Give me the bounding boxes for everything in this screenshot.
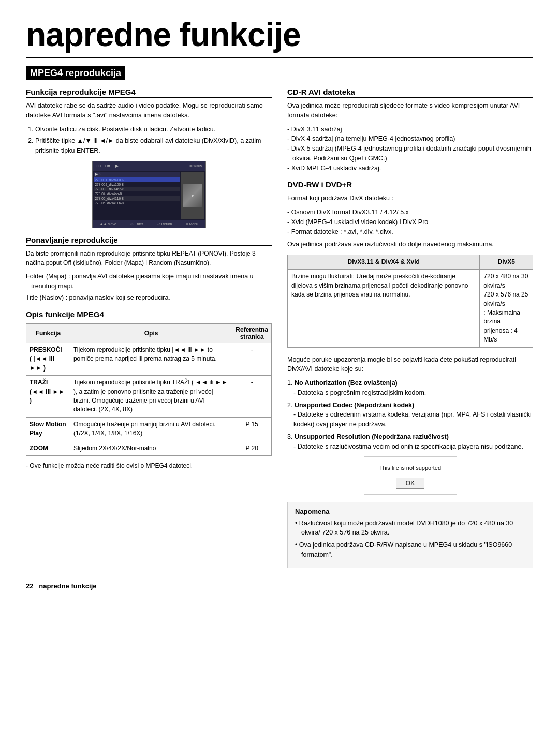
right-column: CD-R AVI datoteka Ova jedinica može repr… xyxy=(287,87,533,568)
table-row: ZOOM Slijedom 2X/4X/2X/Nor-malno P 20 xyxy=(26,441,272,455)
res-row: Brzine mogu fluktuirati: Uređaj može pre… xyxy=(288,270,533,347)
res-right-desc: 720 x 480 na 30 okvira/s 720 x 576 na 25… xyxy=(480,270,533,347)
cdr-item-1: - DivX 4 sadržaj (na temelju MPEG-4 jedn… xyxy=(287,134,533,144)
row2-desc: Omogućuje traženje pri manjoj brzini u A… xyxy=(70,417,232,441)
res-right-line3: prijenosa : 4 Mb/s xyxy=(483,327,517,343)
row1-desc: Tijekom reprodukcije pritisnite tipku TR… xyxy=(70,376,232,418)
warn2-num: 3. xyxy=(287,433,292,440)
note-item-0: • Razlučivost koju može podržavati model… xyxy=(295,518,525,538)
section-header-label: MPEG4 reprodukcija xyxy=(26,66,125,80)
warning-item-2: 3. Unsupported Resolution (Nepodržana ra… xyxy=(287,432,533,452)
repeat-title: Ponavljanje reprodukcije xyxy=(26,235,272,246)
warning-items: 1. No Authorization (Bez ovlaštenja) - D… xyxy=(287,378,533,451)
row2-ref: P 15 xyxy=(232,417,272,441)
cdr-desc: Ova jedinica može reproducirati sljedeće… xyxy=(287,101,533,121)
func-repro-desc: AVI datoteke rabe se da sadrže audio i v… xyxy=(26,101,272,121)
dvd-item-0: - Osnovni DivX format DivX3.11 / 4.12/ 5… xyxy=(287,207,533,217)
row1-func: TRAŽI (◄◄ ili ►► ) xyxy=(26,376,70,418)
dvd-item-1: - Xvid (MPEG-4 uskladivi video kodek) i … xyxy=(287,217,533,227)
row0-func: PRESKOČI ( |◄◄ ili ►► ) xyxy=(26,343,70,376)
row1-ref: - xyxy=(232,376,272,418)
screen-mockup: CDOff ▶ 001/305 ▶\ \ 278 001_divx4100-8 … xyxy=(92,161,206,228)
repeat-items: Folder (Mapa) : ponavlja AVI datoteke pj… xyxy=(26,272,272,303)
supported-text: This file is not supported xyxy=(375,464,446,472)
left-column: Funkcija reprodukcije MPEG4 AVI datoteke… xyxy=(26,87,272,568)
warn2-title: Unsupported Resolution (Nepodržana razlu… xyxy=(295,433,449,440)
ok-button[interactable]: OK xyxy=(396,478,424,489)
func-steps: Otvorite ladicu za disk. Postavite disk … xyxy=(26,125,272,156)
cdr-item-2: - DivX 5 sadržaj (MPEG-4 jednostavnog pr… xyxy=(287,144,533,164)
page-title: napredne funkcije xyxy=(26,16,533,58)
warning-item-1: 2. Unspported Codec (Nepodržani kodek) -… xyxy=(287,401,533,429)
row0-desc: Tijekom reprodukcije pritisnite tipku |◄… xyxy=(70,343,232,376)
table-row: Slow Motion Play Omogućuje traženje pri … xyxy=(26,417,272,441)
res-right-line1: 720 x 576 na 25 okvira/s xyxy=(483,291,528,307)
row3-desc: Slijedom 2X/4X/2X/Nor-malno xyxy=(70,441,232,455)
cdr-item-0: - DivX 3.11 sadržaj xyxy=(287,125,533,135)
table-note: - Ove funkcije možda neće raditi što ovi… xyxy=(26,461,272,470)
warn0-title: No Authorization (Bez ovlaštenja) xyxy=(295,379,398,387)
func-repro-title: Funkcija reprodukcije MPEG4 xyxy=(26,87,272,98)
warning-item-0: 1. No Authorization (Bez ovlaštenja) - D… xyxy=(287,378,533,398)
col-header-func: Funkcija xyxy=(26,324,70,343)
dvd-desc2: Ova jedinica podržava sve razlučivosti d… xyxy=(287,240,533,249)
res-header-right: DivX5 xyxy=(480,255,533,270)
note-item-1: • Ova jedinica podržava CD-R/RW napisane… xyxy=(295,540,525,560)
supported-box: This file is not supported OK xyxy=(364,456,457,494)
row3-ref: P 20 xyxy=(232,441,272,455)
dvd-desc1: Format koji podržava DivX datoteku : xyxy=(287,194,533,203)
col-header-opis: Opis xyxy=(70,324,232,343)
cdr-items: - DivX 3.11 sadržaj - DivX 4 sadržaj (na… xyxy=(287,125,533,173)
page-footer: 22_ napredne funkcije xyxy=(26,579,533,590)
dvd-items: - Osnovni DivX format DivX3.11 / 4.12/ 5… xyxy=(287,207,533,236)
resolution-table: DivX3.11 & DivX4 & Xvid DivX5 Brzine mog… xyxy=(287,255,533,348)
row2-func: Slow Motion Play xyxy=(26,417,70,441)
warn1-num: 2. xyxy=(287,402,292,409)
step-2: Pritiščite tipke ▲/▼ ili ◄/► da biste od… xyxy=(35,136,272,156)
res-left-desc: Brzine mogu fluktuirati: Uređaj može pre… xyxy=(288,270,480,347)
section-header: MPEG4 reprodukcija xyxy=(26,66,533,87)
mpeg4-table: Funkcija Opis Referentna stranica PRESKO… xyxy=(26,323,272,456)
warning-desc: Moguće poruke upozorenja mogle bi se poj… xyxy=(287,355,533,375)
warn1-sub: - Datoteke s određenim vrstama kodeka, v… xyxy=(287,410,533,429)
row0-ref: - xyxy=(232,343,272,376)
dvd-title: DVD-RW i DVD+R xyxy=(287,180,533,190)
col-header-ref: Referentna stranica xyxy=(232,324,272,343)
res-right-line0: 720 x 480 na 30 okvira/s xyxy=(483,273,528,289)
table-row: PRESKOČI ( |◄◄ ili ►► ) Tijekom reproduk… xyxy=(26,343,272,376)
repeat-item-0: Folder (Mapa) : ponavlja AVI datoteke pj… xyxy=(26,272,272,291)
step-1: Otvorite ladicu za disk. Postavite disk … xyxy=(35,125,272,135)
warn1-title: Unspported Codec (Nepodržani kodek) xyxy=(295,402,414,409)
mpeg4-table-title: Opis funkcije MPEG4 xyxy=(26,310,272,320)
row3-func: ZOOM xyxy=(26,441,70,455)
warn0-num: 1. xyxy=(287,379,292,387)
note-box: Napomena • Razlučivost koju može podržav… xyxy=(287,502,533,568)
warn2-sub: - Datoteke s razlučivostima većim od oni… xyxy=(287,442,533,452)
dvd-item-2: - Format datoteke : *.avi, *.div, *.divx… xyxy=(287,227,533,237)
res-right-line2: : Maksimalna brzina xyxy=(483,309,520,325)
res-header-left: DivX3.11 & DivX4 & Xvid xyxy=(288,255,480,270)
cdr-item-3: - XviD MPEG-4 uskladiv sadržaj. xyxy=(287,164,533,173)
warn0-sub: - Datoteka s pogrešnim registracijskim k… xyxy=(287,388,533,398)
cdr-title: CD-R AVI datoteka xyxy=(287,87,533,98)
repeat-desc: Da biste promijenili način reprodukcije … xyxy=(26,249,272,268)
table-row: TRAŽI (◄◄ ili ►► ) Tijekom reprodukcije … xyxy=(26,376,272,418)
repeat-item-1: Title (Naslov) : ponavlja naslov koji se… xyxy=(26,293,272,303)
note-title: Napomena xyxy=(295,508,525,515)
